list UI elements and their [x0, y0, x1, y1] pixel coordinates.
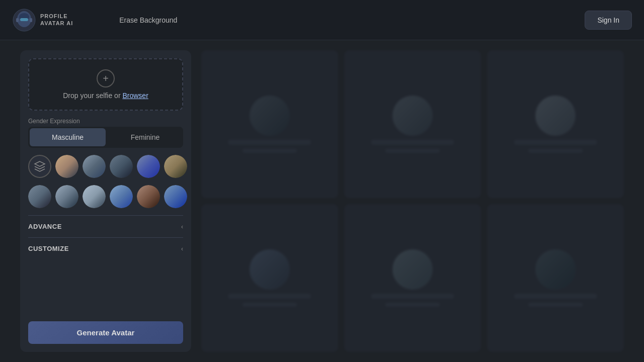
- avatar-item[interactable]: [83, 185, 106, 208]
- header-left: PROFILE AVATAR AI Erase Background: [12, 8, 177, 32]
- right-panel: [201, 50, 624, 352]
- main-content: + Drop your selfie or Browser Gender Exp…: [0, 40, 644, 362]
- customize-section: CUSTOMIZE ‹: [28, 237, 183, 252]
- preview-text: [228, 294, 310, 299]
- preview-card: [201, 204, 338, 352]
- gender-toggle: Masculine Feminine: [28, 127, 183, 148]
- upload-plus-icon: +: [97, 69, 115, 87]
- avatar-item[interactable]: [55, 185, 78, 208]
- left-panel: + Drop your selfie or Browser Gender Exp…: [20, 50, 191, 352]
- avatar-item[interactable]: [83, 155, 106, 178]
- preview-card: [487, 50, 624, 198]
- masculine-button[interactable]: Masculine: [30, 128, 106, 146]
- browser-link[interactable]: Browser: [122, 92, 148, 100]
- preview-text-short: [528, 149, 583, 153]
- svg-rect-4: [21, 23, 27, 26]
- avatar-item[interactable]: [164, 185, 187, 208]
- preview-card: [487, 204, 624, 352]
- preview-text-short: [385, 149, 440, 153]
- avatar-item[interactable]: [110, 185, 133, 208]
- preview-text-short: [528, 303, 583, 307]
- preview-card: [201, 50, 338, 198]
- preview-card: [344, 50, 481, 198]
- avatar-item[interactable]: [137, 155, 160, 178]
- avatar-grid-row1: [28, 155, 183, 178]
- logo: PROFILE AVATAR AI: [12, 8, 73, 32]
- preview-grid: [201, 50, 624, 352]
- avatar-grid-row2: [28, 185, 183, 208]
- header: PROFILE AVATAR AI Erase Background Sign …: [0, 0, 644, 40]
- customize-chevron-icon: ‹: [181, 245, 183, 252]
- avatar-item[interactable]: [28, 185, 51, 208]
- avatar-item[interactable]: [137, 185, 160, 208]
- preview-card: [344, 204, 481, 352]
- svg-rect-3: [20, 18, 28, 21]
- customize-section-header[interactable]: CUSTOMIZE ‹: [28, 245, 183, 252]
- upload-area[interactable]: + Drop your selfie or Browser: [28, 58, 183, 111]
- feminine-button[interactable]: Feminine: [107, 127, 183, 148]
- customize-label: CUSTOMIZE: [28, 245, 69, 252]
- advance-section: ADVANCE ‹: [28, 215, 183, 230]
- preview-text: [514, 140, 596, 145]
- upload-text: Drop your selfie or Browser: [63, 92, 148, 100]
- preview-text-short: [385, 303, 440, 307]
- gender-section: Gender Expression Masculine Feminine: [28, 118, 183, 148]
- svg-rect-5: [16, 18, 19, 22]
- preview-text-short: [243, 149, 297, 153]
- preview-text-short: [243, 303, 297, 307]
- preview-text: [371, 140, 453, 145]
- logo-text: PROFILE AVATAR AI: [40, 13, 73, 26]
- gender-label: Gender Expression: [28, 118, 183, 125]
- sign-in-button[interactable]: Sign In: [585, 11, 632, 30]
- preview-text: [228, 140, 310, 145]
- avatar-cube-item[interactable]: [28, 155, 51, 178]
- preview-text: [371, 294, 453, 299]
- generate-avatar-button[interactable]: Generate Avatar: [28, 321, 183, 344]
- advance-chevron-icon: ‹: [181, 223, 183, 230]
- advance-section-header[interactable]: ADVANCE ‹: [28, 223, 183, 230]
- logo-icon: [12, 8, 36, 32]
- avatar-item[interactable]: [55, 155, 78, 178]
- preview-text: [514, 294, 596, 299]
- avatar-item[interactable]: [110, 155, 133, 178]
- svg-rect-6: [30, 18, 32, 22]
- advance-label: ADVANCE: [28, 223, 62, 230]
- erase-background-link[interactable]: Erase Background: [119, 16, 177, 24]
- avatar-item[interactable]: [164, 155, 187, 178]
